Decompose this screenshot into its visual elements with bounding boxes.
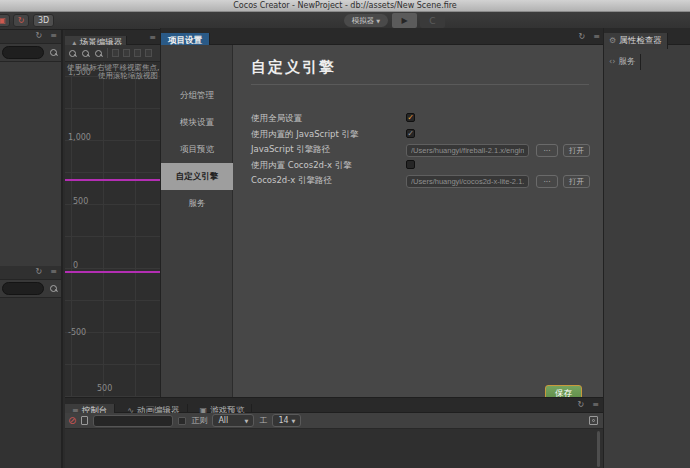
scene-origin-line <box>65 271 160 273</box>
align-distribute-icon[interactable] <box>145 49 152 57</box>
console-scrollbar[interactable] <box>597 431 600 467</box>
compile-button-label: C <box>429 16 435 26</box>
window-title: Cocos Creator - NewProject - db://assets… <box>233 1 457 10</box>
assets-panel-header: ↻ ≡ <box>0 266 61 280</box>
checkbox-use-global[interactable]: ✓ <box>406 113 415 122</box>
log-filter-value: All <box>218 416 228 425</box>
tab-property-inspector[interactable]: ⚙ 属性检查器 <box>604 33 668 49</box>
ruler-label-x: 500 <box>97 384 112 393</box>
checkbox-js-builtin[interactable]: ✓ <box>406 129 415 138</box>
menu-icon[interactable]: ≡ <box>593 33 600 41</box>
left-column: ↻ ≡ ↻ ≡ <box>0 30 63 468</box>
search-icon[interactable] <box>47 46 60 59</box>
browse-button[interactable]: ··· <box>536 144 558 157</box>
zoom-in-icon[interactable] <box>94 47 103 60</box>
snapshot-icon[interactable] <box>589 416 598 425</box>
assets-search-input[interactable] <box>2 282 44 295</box>
browse-button[interactable]: ··· <box>536 175 558 188</box>
field-label: 使用全局设置 <box>251 113 302 125</box>
cocos-engine-path-input[interactable] <box>406 175 529 188</box>
scene-hint-line2: 使用滚轮缩放视图 <box>98 71 158 81</box>
align-center-icon[interactable] <box>123 49 130 57</box>
refresh-icon[interactable]: ↻ <box>36 268 43 276</box>
clear-console-icon[interactable]: ⊘ <box>68 416 76 426</box>
field-label: JavaScript 引擎路径 <box>251 144 330 156</box>
refresh-icon[interactable]: ↻ <box>36 32 43 40</box>
settings-nav: 分组管理 模块设置 项目预览 自定义引擎 服务 <box>161 45 233 397</box>
menu-icon[interactable]: ≡ <box>50 32 57 40</box>
scene-canvas[interactable]: 使用鼠标右键平移视窗焦点, 使用滚轮缩放视图 1,500 1,000 500 0… <box>65 62 160 397</box>
ruler-label-y: 1,000 <box>68 133 91 142</box>
ruler-label-y: -500 <box>68 328 86 337</box>
tab-services-label: 服务 <box>618 56 635 68</box>
font-size-select[interactable]: 14 ▼ <box>272 414 301 427</box>
hierarchy-panel-header: ↻ ≡ <box>0 30 61 44</box>
nav-item-group-manage[interactable]: 分组管理 <box>161 82 233 109</box>
nav-item-module-settings[interactable]: 模块设置 <box>161 109 233 136</box>
console-toolbar: ⊘ 正则 All ▼ 工 14 ▼ <box>65 413 603 429</box>
play-icon: ▶ <box>401 16 407 25</box>
console-panel: ≡ 控制台 ∿ 动画编辑器 ▣ 游戏预览 ↻ ≡ ⊘ 正则 All <box>65 397 603 468</box>
settings-body: 分组管理 模块设置 项目预览 自定义引擎 服务 自定义引擎 使用全局设置 ✓ 使… <box>161 45 604 397</box>
console-log-area[interactable] <box>65 429 603 468</box>
font-size-icon: 工 <box>259 415 267 426</box>
align-right-icon[interactable] <box>134 49 141 57</box>
zoom-out-icon[interactable] <box>68 47 77 60</box>
assets-list[interactable] <box>0 298 61 468</box>
3d-toggle-button[interactable]: 3D <box>33 14 54 27</box>
chevron-down-icon: ▼ <box>245 418 249 424</box>
collapse-log-icon[interactable] <box>81 416 88 425</box>
rect-tool-icon: ▣ <box>0 16 6 25</box>
project-settings-panel: 项目设置 ↻ ≡ 分组管理 模块设置 项目预览 自定义引擎 服务 自定义引擎 使… <box>160 28 603 397</box>
compile-button[interactable]: C <box>420 13 445 28</box>
console-search-input[interactable] <box>93 415 173 427</box>
nav-item-custom-engine[interactable]: 自定义引擎 <box>161 163 233 190</box>
code-icon: ‹› <box>609 58 615 66</box>
open-button[interactable]: 打开 <box>563 175 590 188</box>
rotate-tool-button[interactable]: ↻ <box>13 14 29 27</box>
hierarchy-search-input[interactable] <box>2 46 44 59</box>
title-separator <box>251 84 589 85</box>
log-filter-select[interactable]: All ▼ <box>212 414 254 427</box>
rect-tool-button[interactable]: ▣ <box>0 14 10 27</box>
nav-item-services[interactable]: 服务 <box>161 190 233 217</box>
menu-icon[interactable]: ≡ <box>149 34 156 42</box>
check-icon: ✓ <box>407 130 414 138</box>
nav-item-project-preview[interactable]: 项目预览 <box>161 136 233 163</box>
settings-tabbar: 项目设置 ↻ ≡ <box>161 28 604 45</box>
rotate-tool-icon: ↻ <box>18 16 25 25</box>
tab-services[interactable]: ‹› 服务 <box>604 54 641 70</box>
menu-icon[interactable]: ≡ <box>592 401 599 409</box>
refresh-icon[interactable]: ↻ <box>579 33 586 41</box>
toolbar-separator <box>107 48 108 58</box>
device-select[interactable]: 模拟器 ▼ <box>344 14 388 27</box>
field-label: Cocos2d-x 引擎路径 <box>251 175 332 187</box>
align-left-icon[interactable] <box>112 49 119 57</box>
scene-tabbar: ▲ 场景编辑器 ≡ <box>65 30 160 45</box>
regex-label: 正则 <box>191 415 207 426</box>
device-select-label: 模拟器 <box>352 16 375 26</box>
regex-checkbox[interactable] <box>178 417 186 425</box>
inspector-panel: ⚙ 属性检查器 ‹› 服务 <box>603 28 690 468</box>
window-titlebar[interactable]: Cocos Creator - NewProject - db://assets… <box>0 0 690 12</box>
app-window: Cocos Creator - NewProject - db://assets… <box>0 0 690 468</box>
gear-icon: ⚙ <box>609 37 616 45</box>
play-button[interactable]: ▶ <box>392 13 417 28</box>
zoom-reset-icon[interactable] <box>81 47 90 60</box>
console-tabbar: ≡ 控制台 ∿ 动画编辑器 ▣ 游戏预览 ↻ ≡ <box>65 398 603 413</box>
assets-search-row <box>0 280 61 298</box>
js-engine-path-input[interactable] <box>406 144 529 157</box>
menu-icon[interactable]: ≡ <box>50 268 57 276</box>
open-button[interactable]: 打开 <box>563 144 590 157</box>
inspector-tabbar: ⚙ 属性检查器 ‹› 服务 <box>604 28 690 45</box>
checkbox-cocos-builtin[interactable] <box>406 160 415 169</box>
field-label: 使用内置的 JavaScript 引擎 <box>251 129 359 141</box>
search-icon[interactable] <box>47 282 60 295</box>
ruler-label-y: 0 <box>73 261 78 270</box>
refresh-icon[interactable]: ↻ <box>578 401 585 409</box>
hierarchy-tree[interactable] <box>0 62 61 266</box>
ruler-label-y: 500 <box>73 197 88 206</box>
tab-property-inspector-label: 属性检查器 <box>619 35 662 47</box>
ruler-label-y: 1,500 <box>68 68 91 77</box>
chevron-down-icon: ▼ <box>292 418 296 424</box>
